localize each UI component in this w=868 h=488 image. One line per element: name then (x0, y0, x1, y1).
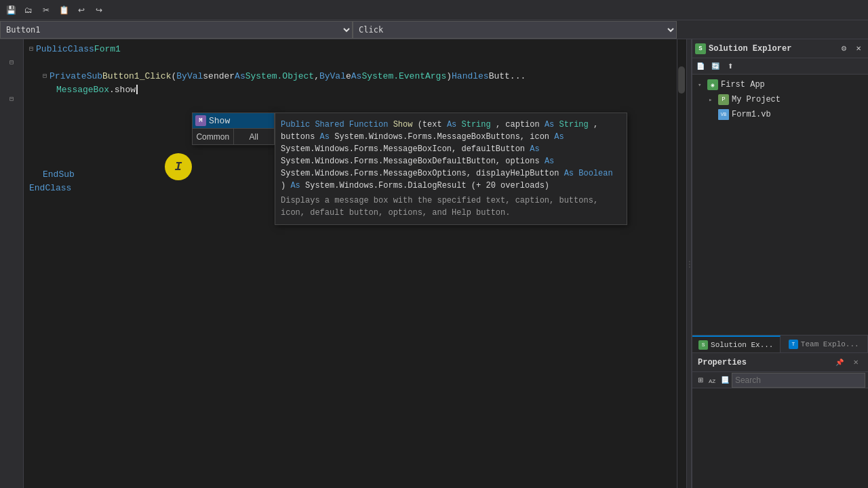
code-line-2 (29, 56, 686, 69)
info-description: Displays a message box with the specifie… (281, 195, 621, 219)
team-tab-icon: T (789, 340, 798, 349)
main-toolbar: 💾 🗂 ✂ 📋 ↩ ↪ (0, 0, 868, 20)
cursor-symbol: I (175, 160, 182, 174)
solution-icon: S (695, 43, 706, 54)
tree-label-firstapp: First App (721, 80, 765, 89)
copy-button[interactable]: 📋 (56, 2, 72, 18)
first-app-icon: ◉ (707, 79, 718, 90)
solution-explorer-header: S Solution Explorer ⚙ ✕ (692, 39, 868, 58)
properties-search-input[interactable] (732, 373, 865, 388)
collapse-all-button[interactable]: ⬆ (724, 60, 737, 73)
tree-item-myproject[interactable]: ▸ P My Project (692, 92, 868, 107)
code-line-4: MessageBox .show (29, 83, 686, 96)
properties-pages-button[interactable]: 📃 (719, 373, 730, 387)
svg-text:AZ: AZ (709, 378, 715, 384)
solution-tab-icon: S (698, 340, 708, 350)
properties-pin-button[interactable]: 📌 (833, 356, 846, 369)
properties-sort-cat-button[interactable]: ⊞ (695, 373, 706, 387)
properties-body (692, 388, 868, 488)
scrollbar-thumb[interactable] (678, 66, 685, 94)
solution-close-button[interactable]: ✕ (852, 42, 865, 56)
left-gutter: ⊟ ⊟ (0, 39, 24, 488)
solution-toolbar: 📄 🔄 ⬆ (692, 58, 868, 75)
properties-close-button[interactable]: ✕ (849, 356, 863, 369)
cursor-indicator: I (165, 153, 192, 180)
properties-sort-alpha-button[interactable]: AZ (707, 373, 718, 387)
tree-expand-myproject: ▸ (709, 96, 715, 104)
undo-button[interactable]: ↩ (73, 2, 90, 18)
editor-scrollbar[interactable] (677, 39, 686, 488)
properties-title: Properties (698, 358, 747, 367)
refresh-button[interactable]: 🔄 (709, 60, 722, 73)
method-bar: Button1 Click (0, 20, 868, 39)
solution-explorer-title: Solution Explorer (709, 44, 791, 54)
tab-solution-explorer[interactable]: S Solution Ex... (692, 336, 781, 352)
main-area: ⊟ ⊟ ⊟ Public Class Form1 ⊟ Private Sub B… (0, 39, 868, 488)
tab-solution-label: Solution Ex... (711, 341, 773, 349)
autocomplete-list: M Show (193, 113, 274, 128)
tree-label-form1vb: Form1.vb (732, 110, 771, 119)
properties-panel: Properties 📌 ✕ ⊞ AZ 📃 (692, 352, 868, 488)
properties-toolbar: ⊞ AZ 📃 (692, 372, 868, 388)
tree-label-myproject: My Project (732, 95, 781, 104)
method-icon: M (195, 115, 206, 126)
expand-2[interactable]: ⊟ (0, 95, 23, 103)
autocomplete-filter: Common All (193, 128, 274, 144)
save-button[interactable]: 💾 (3, 2, 19, 18)
sidebar-tabs: S Solution Ex... T Team Explo... (692, 335, 868, 352)
class-selector[interactable]: Button1 (0, 21, 353, 39)
show-all-files-button[interactable]: 📄 (694, 60, 707, 73)
autocomplete-popup: M Show Common All (192, 113, 275, 145)
method-selector[interactable]: Click (353, 21, 677, 39)
save-all-button[interactable]: 🗂 (20, 2, 37, 18)
tree-expand-firstapp: ▾ (698, 81, 705, 89)
my-project-icon: P (718, 94, 729, 105)
code-line-3: ⊟ Private Sub Button1_Click ( ByVal send… (29, 69, 686, 83)
form1-vb-icon: VB (718, 109, 729, 120)
editor-area[interactable]: ⊟ Public Class Form1 ⊟ Private Sub Butto… (24, 39, 686, 488)
autocomplete-item-label: Show (209, 116, 230, 126)
code-line-1: ⊟ Public Class Form1 (29, 42, 686, 56)
tree-item-form1vb[interactable]: VB Form1.vb (692, 107, 868, 122)
filter-all-button[interactable]: All (234, 129, 275, 144)
tab-team-explorer[interactable]: T Team Explo... (781, 336, 869, 352)
info-panel: Public Shared Function Show (text As Str… (275, 113, 627, 225)
redo-button[interactable]: ↪ (91, 2, 107, 18)
expand-1[interactable]: ⊟ (0, 58, 23, 66)
tree-item-firstapp[interactable]: ▾ ◉ First App (692, 77, 868, 92)
solution-tree: ▾ ◉ First App ▸ P My Project VB Form1.vb (692, 75, 868, 335)
resize-handle[interactable]: ··· (686, 39, 692, 488)
properties-header: Properties 📌 ✕ (692, 353, 868, 372)
cut-button[interactable]: ✂ (38, 2, 54, 18)
autocomplete-item-show[interactable]: M Show (193, 113, 274, 128)
tab-team-label: Team Explo... (801, 340, 859, 348)
right-sidebar: S Solution Explorer ⚙ ✕ 📄 🔄 ⬆ ▾ ◉ First … (692, 39, 868, 488)
info-signature: Public Shared Function Show (text As Str… (281, 119, 621, 192)
solution-properties-button[interactable]: ⚙ (837, 42, 850, 56)
filter-common-button[interactable]: Common (193, 129, 234, 144)
